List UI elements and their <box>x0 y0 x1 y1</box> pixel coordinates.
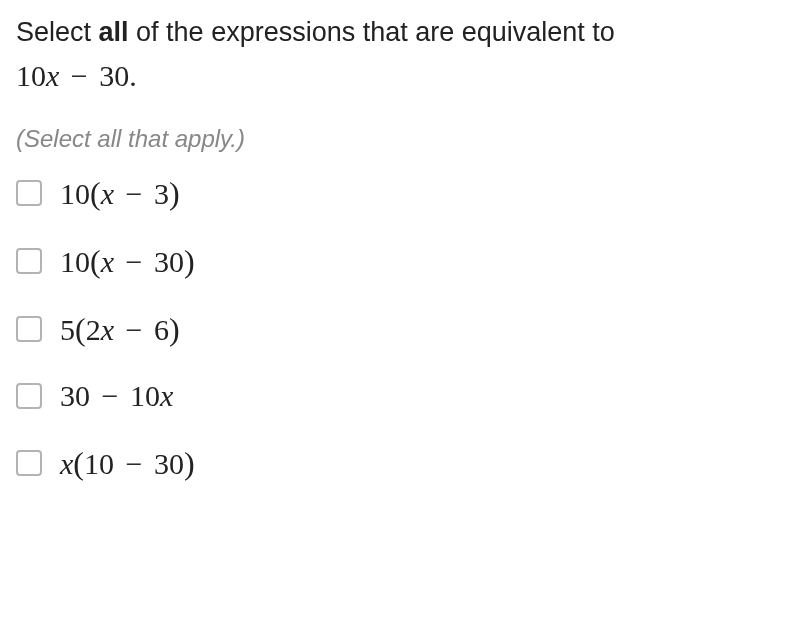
checkbox-2[interactable] <box>16 248 42 274</box>
checkbox-4[interactable] <box>16 383 42 409</box>
checkbox-5[interactable] <box>16 450 42 476</box>
checkbox-3[interactable] <box>16 316 42 342</box>
option-2-expression: 10(x − 30) <box>60 245 195 277</box>
expr-var: x <box>46 59 59 92</box>
expr-period: . <box>129 59 137 92</box>
expr-minus: − <box>63 59 95 92</box>
option-5[interactable]: x(10 − 30) <box>16 447 784 479</box>
option-5-expression: x(10 − 30) <box>60 447 195 479</box>
options-list: 10(x − 3) 10(x − 30) 5(2x − 6) 30 − 10x … <box>16 177 784 479</box>
option-1[interactable]: 10(x − 3) <box>16 177 784 209</box>
question-prompt: Select all of the expressions that are e… <box>16 14 784 97</box>
option-2[interactable]: 10(x − 30) <box>16 245 784 277</box>
option-4[interactable]: 30 − 10x <box>16 381 784 411</box>
option-1-expression: 10(x − 3) <box>60 177 180 209</box>
option-3-expression: 5(2x − 6) <box>60 313 180 345</box>
prompt-bold: all <box>99 17 129 47</box>
option-4-expression: 30 − 10x <box>60 381 173 411</box>
checkbox-1[interactable] <box>16 180 42 206</box>
prompt-pre: Select <box>16 17 99 47</box>
option-3[interactable]: 5(2x − 6) <box>16 313 784 345</box>
expr-const: 30 <box>99 59 129 92</box>
expr-coef: 10 <box>16 59 46 92</box>
target-expression: 10x − 30. <box>16 56 137 97</box>
prompt-post: of the expressions that are equivalent t… <box>129 17 615 47</box>
instruction-hint: (Select all that apply.) <box>16 125 784 153</box>
